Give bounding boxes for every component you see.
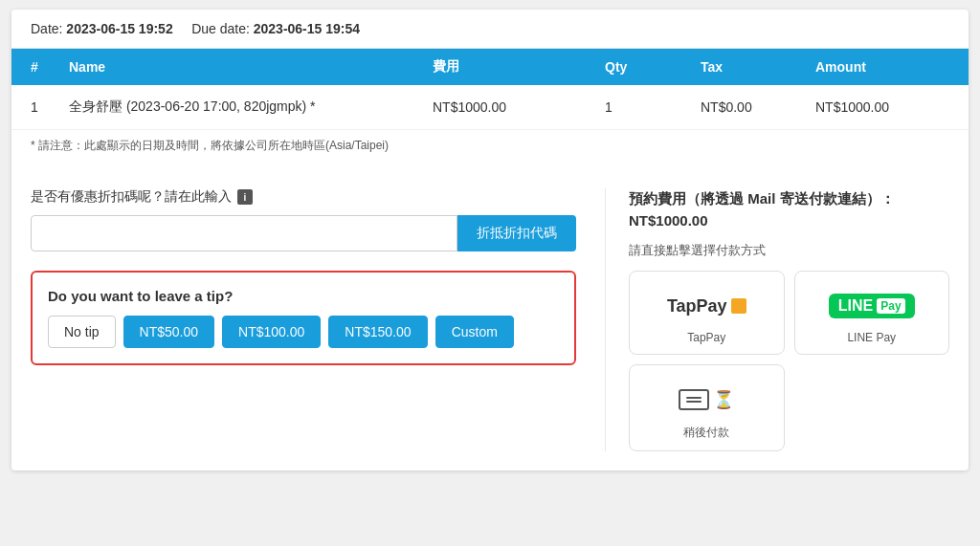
booking-fee-amount: NT$1000.00: [629, 212, 949, 229]
tip-title: Do you want to leave a tip?: [48, 288, 559, 304]
tip-no-tip[interactable]: No tip: [48, 316, 116, 348]
discount-input-row: 折抵折扣代碼: [31, 215, 576, 251]
table-row: 1 全身舒壓 (2023-06-20 17:00, 820jgmpk) * NT…: [11, 85, 969, 130]
linepay-line-text: LINE: [838, 297, 873, 315]
row-qty: 1: [605, 98, 701, 116]
main-content: 是否有優惠折扣碼呢？請在此輸入 i 折抵折扣代碼 Do you want to …: [11, 169, 969, 470]
right-panel: 預約費用（將透過 Mail 寄送付款連結）： NT$1000.00 請直接點擊選…: [605, 188, 949, 451]
table-header: # Name 費用 Qty Tax Amount: [11, 49, 969, 85]
linepay-name: LINE Pay: [847, 331, 896, 344]
tappay-logo: TapPay: [667, 287, 746, 325]
row-index: 1: [31, 98, 69, 116]
row-amount: NT$1000.00: [815, 98, 949, 116]
discount-button[interactable]: 折抵折扣代碼: [457, 215, 576, 251]
page-container: Date: 2023-06-15 19:52 Due date: 2023-06…: [11, 10, 969, 470]
tip-buttons: No tip NT$50.00 NT$100.00 NT$150.00 Cust…: [48, 316, 559, 348]
due-date-value: 2023-06-15 19:54: [254, 21, 360, 36]
booking-fee-title: 預約費用（將透過 Mail 寄送付款連結）：: [629, 188, 949, 208]
table-note: * 請注意：此處顯示的日期及時間，將依據公司所在地時區(Asia/Taipei): [11, 130, 969, 169]
hourglass-icon: ⏳: [713, 389, 734, 410]
col-name: Name: [69, 58, 433, 76]
laterpay-logo: ⏳: [679, 381, 734, 419]
col-index: #: [31, 58, 69, 76]
tappay-square-icon: [731, 298, 746, 314]
discount-input[interactable]: [31, 215, 457, 251]
tappay-name: TapPay: [687, 331, 725, 344]
tip-custom[interactable]: Custom: [435, 316, 514, 348]
linepay-pay-text: Pay: [877, 298, 904, 314]
discount-label: 是否有優惠折扣碼呢？請在此輸入 i: [31, 188, 576, 206]
card-icon: [679, 389, 709, 410]
payment-label: 請直接點擊選擇付款方式: [629, 242, 949, 259]
tappay-card[interactable]: TapPay TapPay: [629, 271, 785, 355]
linepay-card[interactable]: LINE Pay LINE Pay: [794, 271, 950, 355]
tip-box: Do you want to leave a tip? No tip NT$50…: [31, 271, 576, 365]
date-label: Date:: [31, 21, 62, 36]
linepay-logo: LINE Pay: [829, 287, 915, 325]
col-tax: Tax: [701, 58, 815, 76]
date-value: 2023-06-15 19:52: [66, 21, 172, 36]
tip-50[interactable]: NT$50.00: [123, 316, 214, 348]
tip-150[interactable]: NT$150.00: [328, 316, 427, 348]
header-row: Date: 2023-06-15 19:52 Due date: 2023-06…: [11, 10, 969, 49]
tip-100[interactable]: NT$100.00: [222, 316, 321, 348]
row-tax: NT$0.00: [701, 98, 815, 116]
row-fee: NT$1000.00: [433, 98, 605, 116]
due-date-label: Due date:: [191, 21, 250, 36]
laterpay-name: 稍後付款: [683, 425, 729, 441]
row-name: 全身舒壓 (2023-06-20 17:00, 820jgmpk) *: [69, 98, 433, 116]
col-amount: Amount: [815, 58, 949, 76]
col-fee: 費用: [433, 58, 605, 76]
left-panel: 是否有優惠折扣碼呢？請在此輸入 i 折抵折扣代碼 Do you want to …: [31, 188, 605, 451]
payment-grid: TapPay TapPay LINE Pay LINE Pay: [629, 271, 949, 451]
col-qty: Qty: [605, 58, 701, 76]
laterpay-card[interactable]: ⏳ 稍後付款: [629, 364, 785, 451]
info-icon: i: [237, 189, 253, 205]
